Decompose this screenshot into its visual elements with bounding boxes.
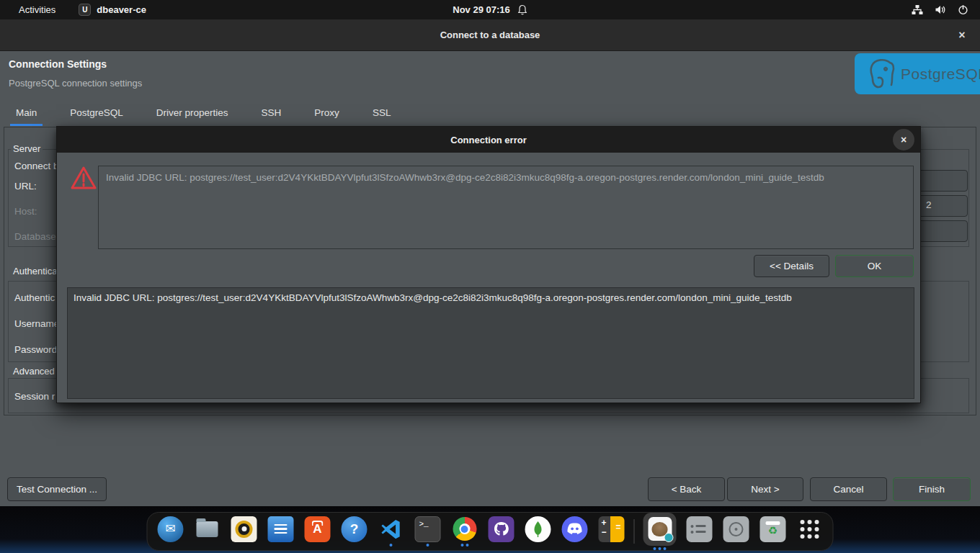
dock-system-monitor-icon[interactable] [685, 516, 714, 547]
tab-postgresql[interactable]: PostgreSQL [64, 104, 129, 126]
tab-driver-properties[interactable]: Driver properties [151, 104, 234, 126]
dock-chrome-icon[interactable] [450, 516, 479, 547]
notification-bell-icon [517, 4, 527, 15]
advanced-group-title: Advanced [11, 366, 57, 377]
network-icon[interactable] [912, 4, 923, 15]
error-message-box[interactable]: Invalid JDBC URL: postgres://test_user:d… [98, 166, 914, 249]
activities-button[interactable]: Activities [14, 3, 60, 17]
dock-disks-icon[interactable] [722, 516, 751, 547]
tab-ssl[interactable]: SSL [367, 104, 397, 126]
server-group-title: Server [11, 143, 43, 154]
dock-app-grid-icon[interactable] [796, 516, 824, 547]
window-close-button[interactable]: × [954, 27, 970, 43]
dbeaver-app-icon: U [79, 4, 91, 16]
next-button[interactable]: Next > [727, 477, 803, 501]
authentication-label: Authentic [14, 292, 55, 303]
authentication-group-title: Authentica [11, 266, 59, 276]
port-value-fragment: 2 [926, 199, 932, 210]
dock-calculator-icon[interactable]: +−= [597, 516, 626, 547]
postgresql-logo-text: PostgreSQL [901, 66, 980, 83]
dock-terminal-icon[interactable]: >_ [414, 516, 442, 547]
focused-app-menu[interactable]: U dbeaver-ce [79, 4, 146, 16]
page-subtitle: PostgreSQL connection settings [9, 78, 142, 89]
postgresql-elephant-icon [866, 58, 896, 91]
error-warning-icon [70, 166, 97, 192]
focused-app-name: dbeaver-ce [97, 4, 146, 15]
host-label: Host: [14, 206, 37, 217]
page-title: Connection Settings [9, 58, 107, 70]
tab-ssh[interactable]: SSH [256, 104, 288, 126]
window-title: Connect to a database [440, 30, 540, 40]
dock-separator [634, 519, 635, 544]
dock-thunderbird-icon[interactable]: ✉ [156, 516, 185, 547]
password-label: Password [14, 344, 57, 355]
connect-by-label: Connect b [14, 161, 59, 171]
dock-ubuntu-software-icon[interactable]: A [303, 516, 332, 547]
gnome-top-bar: Activities U dbeaver-ce Nov 29 07:16 [0, 0, 980, 19]
session-role-label: Session r [14, 391, 55, 402]
finish-button[interactable]: Finish [893, 477, 971, 501]
dock-files-icon[interactable] [193, 516, 222, 547]
dock-dbeaver-icon[interactable] [643, 513, 677, 551]
cancel-button[interactable]: Cancel [810, 477, 887, 501]
dock-rhythmbox-icon[interactable] [230, 516, 259, 547]
dock-trash-icon[interactable]: ♻ [759, 516, 788, 547]
clock-label[interactable]: Nov 29 07:16 [453, 4, 510, 15]
dock-help-icon[interactable]: ? [340, 516, 369, 547]
wizard-header: Connection Settings PostgreSQL connectio… [0, 51, 980, 96]
dock-github-icon[interactable] [487, 516, 516, 547]
back-button[interactable]: < Back [648, 477, 725, 501]
settings-tabbar: Main PostgreSQL Driver properties SSH Pr… [10, 104, 396, 126]
error-dialog-close-button[interactable]: × [893, 129, 914, 150]
dock-vscode-icon[interactable] [377, 516, 406, 547]
dock-discord-icon[interactable] [561, 516, 589, 547]
username-label: Username [14, 318, 59, 329]
window-titlebar[interactable]: Connect to a database × [0, 19, 980, 51]
connection-error-dialog: Connection error × Invalid JDBC URL: pos… [56, 126, 921, 403]
error-dialog-title: Connection error [450, 135, 526, 145]
database-label: Database [14, 231, 56, 242]
postgresql-logo: PostgreSQL [855, 53, 980, 94]
tab-proxy[interactable]: Proxy [308, 104, 345, 126]
error-dialog-titlebar[interactable]: Connection error × [57, 127, 920, 153]
details-toggle-button[interactable]: << Details [754, 255, 829, 277]
dock-writer-icon[interactable] [267, 516, 295, 547]
tab-main[interactable]: Main [10, 104, 43, 126]
test-connection-button[interactable]: Test Connection ... [7, 477, 107, 501]
power-icon[interactable] [958, 4, 968, 15]
ok-button[interactable]: OK [835, 255, 914, 277]
dock: ✉ A ? >_ +−= [147, 512, 834, 551]
dock-mongodb-icon[interactable] [524, 516, 553, 547]
url-label: URL: [14, 181, 37, 192]
volume-icon[interactable] [935, 4, 946, 15]
error-details-panel[interactable]: Invalid JDBC URL: postgres://test_user:d… [67, 287, 914, 399]
